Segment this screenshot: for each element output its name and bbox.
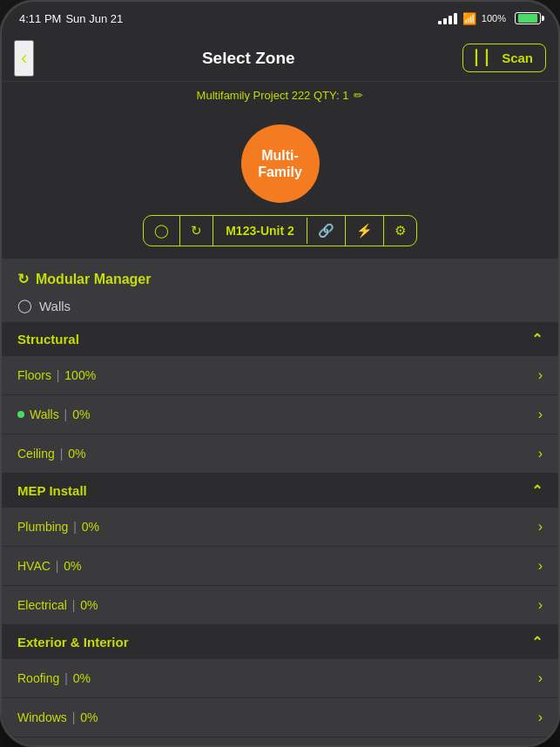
location-icon[interactable]: ◯ xyxy=(144,216,180,246)
signal-bars-icon xyxy=(438,13,457,24)
electrical-chevron-icon: › xyxy=(538,597,543,613)
walls-row: Walls | 0% xyxy=(17,407,90,421)
project-label: Multifamily Project 222 QTY: 1 xyxy=(197,89,349,102)
ceiling-chevron-icon: › xyxy=(538,446,543,461)
roofing-label: Roofing | 0% xyxy=(17,671,91,685)
plumbing-label: Plumbing | 0% xyxy=(17,520,99,534)
mep-group-header[interactable]: MEP Install ⌃ xyxy=(2,474,558,508)
structural-group-header[interactable]: Structural ⌃ xyxy=(2,322,558,356)
exterior-chevron-icon: ⌃ xyxy=(531,634,543,650)
windows-label: Windows | 0% xyxy=(17,710,98,724)
refresh-icon[interactable]: ↻ xyxy=(180,216,213,246)
hvac-label: HVAC | 0% xyxy=(17,559,82,573)
back-chevron-icon: ‹ xyxy=(21,47,27,70)
status-left: 4:11 PM Sun Jun 21 xyxy=(19,12,123,25)
list-item[interactable]: Plumbing | 0% › xyxy=(2,508,558,547)
circle-line2: Family xyxy=(258,165,302,179)
modular-manager-section: ↻ Modular Manager xyxy=(2,259,558,293)
plumbing-chevron-icon: › xyxy=(538,519,543,535)
electrical-label: Electrical | 0% xyxy=(17,598,98,612)
scan-button[interactable]: ▏▏ Scan xyxy=(462,44,546,72)
date: Sun Jun 21 xyxy=(65,12,123,25)
roofing-chevron-icon: › xyxy=(538,670,543,686)
page-title: Select Zone xyxy=(202,49,295,68)
walls-location-icon: ◯ xyxy=(17,298,32,313)
walls-label: Walls xyxy=(39,299,71,313)
unit-toolbar: ◯ ↻ M123-Unit 2 🔗 ⚡ ⚙ xyxy=(143,215,417,246)
scan-icon: ▏▏ xyxy=(476,50,496,66)
mep-label: MEP Install xyxy=(17,483,87,498)
nav-bar: ‹ Select Zone ▏▏ Scan xyxy=(2,35,558,82)
circle-section: Multi- Family ◯ ↻ M123-Unit 2 🔗 ⚡ ⚙ xyxy=(2,109,558,259)
list-item[interactable]: Exterior | 0% › xyxy=(2,737,558,747)
floors-chevron-icon: › xyxy=(538,367,543,383)
exterior-group-header[interactable]: Exterior & Interior ⌃ xyxy=(2,625,558,659)
circle-line1: Multi- xyxy=(261,148,299,163)
list-item[interactable]: Electrical | 0% › xyxy=(2,586,558,625)
floors-label: Floors | 100% xyxy=(17,368,96,382)
scan-label: Scan xyxy=(502,50,533,65)
unit-name: M123-Unit 2 xyxy=(213,218,307,244)
time: 4:11 PM xyxy=(19,12,61,25)
back-button[interactable]: ‹ xyxy=(14,40,34,77)
status-bar: 4:11 PM Sun Jun 21 📶 100% xyxy=(2,2,558,35)
edit-icon[interactable]: ✏ xyxy=(354,89,363,102)
walls-dot-icon xyxy=(17,411,24,418)
status-right: 📶 100% xyxy=(438,12,541,25)
mep-chevron-icon: ⌃ xyxy=(531,482,543,499)
windows-chevron-icon: › xyxy=(538,710,543,725)
list-item[interactable]: Floors | 100% › xyxy=(2,356,558,395)
walls-sub-header: ◯ Walls xyxy=(2,293,558,322)
list-item[interactable]: HVAC | 0% › xyxy=(2,547,558,586)
battery-percentage: 100% xyxy=(482,13,506,24)
walls-label: Walls | 0% xyxy=(30,407,90,421)
structural-chevron-icon: ⌃ xyxy=(531,331,543,347)
list-item[interactable]: Ceiling | 0% › xyxy=(2,434,558,474)
link-icon[interactable]: 🔗 xyxy=(307,216,346,246)
lightning-icon[interactable]: ⚡ xyxy=(346,216,384,246)
ceiling-label: Ceiling | 0% xyxy=(17,447,85,461)
hvac-chevron-icon: › xyxy=(538,558,543,574)
walls-chevron-icon: › xyxy=(538,407,543,422)
structural-label: Structural xyxy=(17,332,79,347)
modular-manager-icon: ↻ xyxy=(17,271,29,287)
battery-icon xyxy=(515,12,541,24)
modular-manager-label: Modular Manager xyxy=(36,272,151,287)
list-item[interactable]: Windows | 0% › xyxy=(2,698,558,737)
list-item[interactable]: Walls | 0% › xyxy=(2,395,558,434)
list-item[interactable]: Roofing | 0% › xyxy=(2,659,558,698)
exterior-label: Exterior & Interior xyxy=(17,635,129,649)
project-bar: Multifamily Project 222 QTY: 1 ✏ xyxy=(2,82,558,109)
device-frame: 4:11 PM Sun Jun 21 📶 100% ‹ Select Zone … xyxy=(0,0,560,747)
settings-icon[interactable]: ⚙ xyxy=(384,216,416,246)
project-type-circle: Multi- Family xyxy=(241,124,320,203)
main-content: Multifamily Project 222 QTY: 1 ✏ Multi- … xyxy=(2,82,558,747)
wifi-icon: 📶 xyxy=(462,12,476,25)
